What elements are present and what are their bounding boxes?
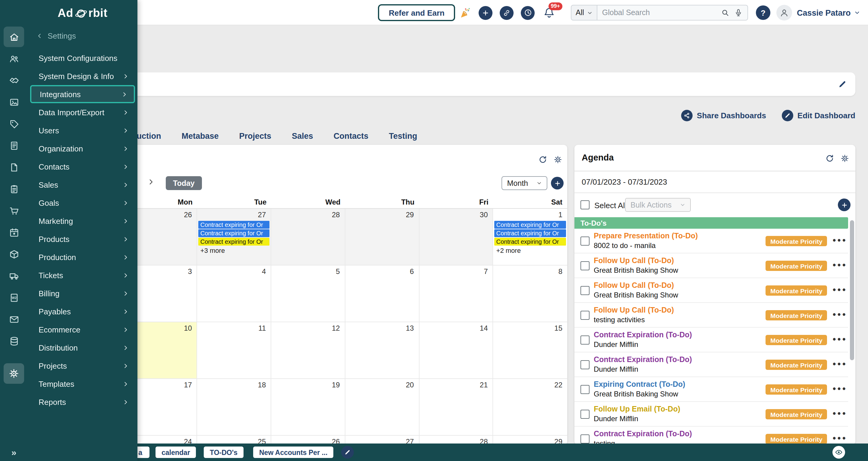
calendar-event[interactable]: Contract expiring for Or [198,221,270,229]
data-nav[interactable] [4,331,24,351]
settings-menu-item-payables[interactable]: Payables [28,302,137,320]
calendar-day-cell[interactable]: 29 [345,209,419,265]
store-nav[interactable] [4,200,24,221]
more-events-link[interactable]: +3 more [200,247,271,254]
bottom-tab-calendar[interactable]: calendar [156,446,196,458]
calendar-event[interactable]: Contract expiring for Or [495,229,566,237]
microphone-icon[interactable] [734,8,743,17]
todo-checkbox[interactable] [581,261,590,270]
tasks-nav[interactable] [4,179,24,199]
notifications-button[interactable]: 99+ [543,7,555,19]
calendar-day-cell[interactable]: 14 [419,322,493,379]
edit-tabs-button[interactable] [341,446,354,459]
calendar-day-cell[interactable]: 27Contract expiring for OrContract expir… [197,209,271,265]
todo-checkbox[interactable] [581,311,590,320]
settings-menu-item-projects[interactable]: Projects [28,356,137,375]
settings-menu-item-ecommerce[interactable]: Ecommerce [28,320,137,339]
calendar-day-cell[interactable]: 6 [345,265,419,322]
calendar-day-cell[interactable]: 30 [419,209,493,265]
media-nav[interactable] [4,92,24,112]
refer-and-earn-button[interactable]: Refer and Earn [378,4,456,21]
calendar-day-cell[interactable]: 22 [493,379,567,436]
settings-menu-item-contacts[interactable]: Contacts [28,157,137,176]
more-events-link[interactable]: +2 more [496,247,567,254]
edit-dashboard-button[interactable]: Edit Dashboard [782,110,855,121]
calendar-day-cell[interactable]: 4 [197,265,271,322]
calendar-day-cell[interactable]: 12 [271,322,345,379]
todo-actions-menu[interactable]: ●●● [832,311,847,317]
settings-menu-item-integrations[interactable]: Integrations [30,85,135,103]
dashboard-tab-testing[interactable]: Testing [389,132,417,141]
todo-actions-menu[interactable]: ●●● [832,410,847,416]
calendar-day-cell[interactable]: 1Contract expiring for OrContract expiri… [493,209,567,265]
tax-forms-nav[interactable]: W2 [4,287,24,308]
settings-menu-item-users[interactable]: Users [28,121,137,139]
todo-checkbox[interactable] [581,286,590,295]
recent-activity-button[interactable] [521,6,535,20]
todo-checkbox[interactable] [581,336,590,345]
bottom-tab-to-do-s[interactable]: TO-DO's [204,446,244,458]
calendar-event[interactable]: Contract expiring for Or [198,238,270,246]
settings-menu-item-system-configurations[interactable]: System Configurations [28,49,137,67]
calendar-add-button[interactable] [551,177,564,190]
invoices-nav[interactable] [4,135,24,156]
calendar-day-cell[interactable]: 7 [419,265,493,322]
edit-title-button[interactable] [838,80,847,89]
agenda-scrollbar[interactable] [850,220,854,360]
settings-menu-item-data-import-export[interactable]: Data Import/Export [28,103,137,121]
gear-icon[interactable] [840,154,849,163]
expand-sidebar-button[interactable]: » [0,447,28,457]
settings-menu-item-tickets[interactable]: Tickets [28,266,137,284]
ad-orbit-logo[interactable]: Ad rbit [28,0,137,27]
share-dashboards-button[interactable]: Share Dashboards [681,110,766,121]
inventory-nav[interactable] [4,244,24,264]
todo-actions-menu[interactable]: ●●● [832,286,847,293]
todo-actions-menu[interactable]: ●●● [832,385,847,392]
todo-checkbox[interactable] [581,236,590,246]
todo-title-link[interactable]: Contract Expiration (To-Do) [594,430,692,438]
logistics-nav[interactable] [4,265,24,286]
bulk-actions-select[interactable]: Bulk Actions [625,198,691,212]
bottom-tab-new-accounts-per[interactable]: New Accounts Per ... [253,446,334,458]
contacts-nav[interactable] [4,48,24,69]
dashboard-tab-sales[interactable]: Sales [292,132,313,141]
calendar-today-button[interactable]: Today [166,176,202,190]
calendar-event[interactable]: Contract expiring for Or [495,221,566,229]
tags-nav[interactable] [4,113,24,134]
todo-title-link[interactable]: Follow Up Email (To-Do) [594,405,680,413]
calendar-day-cell[interactable]: 28 [271,209,345,265]
calendar-event[interactable]: Contract expiring for Or [495,238,566,246]
todo-actions-menu[interactable]: ●●● [832,434,847,441]
calendar-day-cell[interactable]: 19 [271,379,345,436]
documents-nav[interactable] [4,157,24,177]
todo-actions-menu[interactable]: ●●● [832,360,847,367]
todo-checkbox[interactable] [581,434,590,443]
settings-menu-item-production[interactable]: Production [28,248,137,266]
todo-checkbox[interactable] [581,385,590,394]
search-icon[interactable] [721,8,730,17]
settings-back-button[interactable]: Settings [28,27,137,45]
settings-menu-item-distribution[interactable]: Distribution [28,339,137,356]
avatar[interactable] [776,5,792,21]
settings-menu-item-billing[interactable]: Billing [28,284,137,302]
settings-menu-item-templates[interactable]: Templates [28,375,137,393]
celebration-icon[interactable] [458,6,471,19]
refresh-icon[interactable] [825,154,834,163]
deals-nav[interactable] [4,70,24,90]
global-search-input[interactable] [602,8,716,17]
settings-menu-item-marketing[interactable]: Marketing [28,212,137,230]
settings-menu-item-organization[interactable]: Organization [28,139,137,157]
user-menu[interactable]: Cassie Pataro [797,0,861,25]
calendar-day-cell[interactable]: 20 [345,379,419,436]
help-button[interactable]: ? [756,5,770,20]
todo-actions-menu[interactable]: ●●● [832,236,847,243]
calendar-day-cell[interactable]: 11 [197,322,271,379]
visibility-toggle-button[interactable] [832,446,845,459]
select-all-checkbox[interactable] [581,200,590,209]
todo-actions-menu[interactable]: ●●● [832,336,847,342]
mail-nav[interactable] [4,309,24,329]
dashboard-tab-metabase[interactable]: Metabase [182,132,219,141]
quick-add-button[interactable] [478,6,493,20]
todo-title-link[interactable]: Contract Expiration (To-Do) [594,355,692,364]
calendar-next-button[interactable] [147,178,155,186]
